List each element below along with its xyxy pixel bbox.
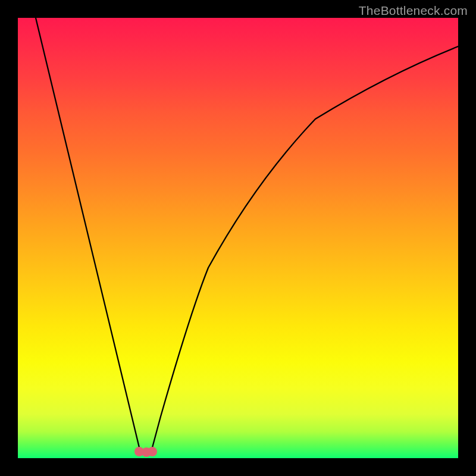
attribution-text: TheBottleneck.com [359, 4, 468, 18]
curve-svg [18, 18, 458, 458]
curve-left-branch [36, 18, 139, 447]
dip-marker [148, 447, 157, 456]
curve-right-branch [152, 46, 458, 447]
plot-area [18, 18, 458, 458]
chart-frame: TheBottleneck.com [0, 0, 476, 476]
